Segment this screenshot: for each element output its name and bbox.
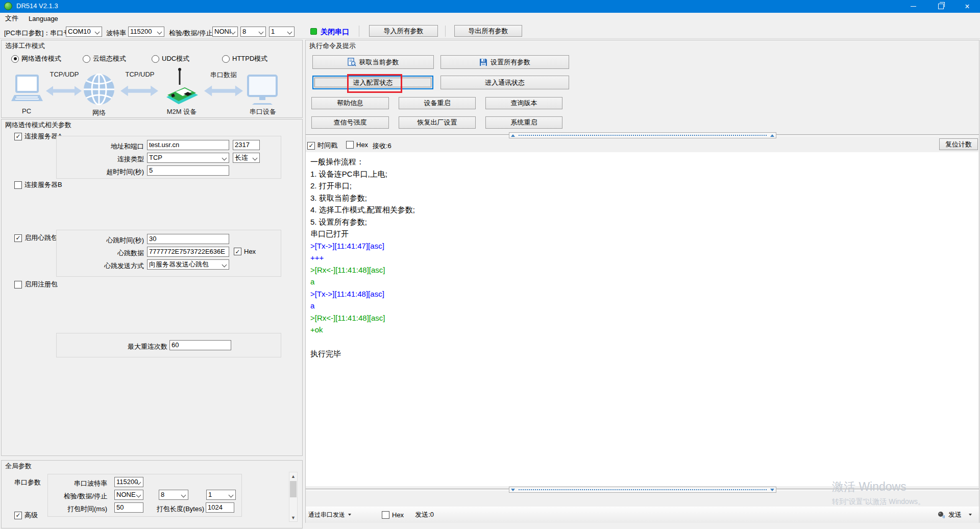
conn-type-select[interactable]: TCP xyxy=(147,153,229,163)
send-via-dropdown[interactable]: 通过串口发送 xyxy=(308,511,351,519)
server-address-input[interactable]: test.usr.cn xyxy=(147,140,229,150)
diagram-m2m-label: M2M 设备 xyxy=(163,107,200,116)
close-port-button[interactable]: 关闭串口 xyxy=(321,28,349,37)
packlen-input[interactable]: 1024 xyxy=(206,502,234,513)
signal-strength-button[interactable]: 查信号强度 xyxy=(311,116,389,129)
checkbox-icon: ✓ xyxy=(14,512,22,519)
chevron-down-icon xyxy=(222,262,227,268)
g-parity-value: NONE xyxy=(116,491,136,498)
diagram-link1-label: TCP/UDP xyxy=(47,70,82,78)
enter-comm-button[interactable]: 进入通讯状态 xyxy=(440,76,569,89)
send-button[interactable]: 发送 xyxy=(938,510,972,519)
timeout-label: 超时时间(秒) xyxy=(56,167,144,177)
parity-value: NONI xyxy=(214,28,231,35)
hb-mode-select[interactable]: 向服务器发送心跳包 xyxy=(147,259,229,270)
g-baud-value: 115200 xyxy=(116,478,138,486)
serial-params-label: 串口参数 xyxy=(14,478,46,487)
app-icon xyxy=(4,2,12,10)
register-checkbox[interactable]: 启用注册包 xyxy=(14,280,58,289)
server-a-checkbox[interactable]: ✓ 连接服务器A xyxy=(14,132,62,141)
databits-value: 8 xyxy=(242,28,246,35)
timeout-input[interactable]: 5 xyxy=(147,165,229,176)
heartbeat-label: 启用心跳包 xyxy=(24,233,58,243)
log-area[interactable]: 一般操作流程：1. 设备连PC串口,上电;2. 打开串口;3. 获取当前参数;4… xyxy=(306,152,978,486)
checkbox-icon: ✓ xyxy=(307,142,315,150)
menu-file[interactable]: 文件 xyxy=(0,13,23,24)
baud-select[interactable]: 115200 xyxy=(128,27,164,37)
packtime-input[interactable]: 50 xyxy=(114,502,143,513)
timeout-value: 5 xyxy=(149,166,153,174)
hb-hex-label: Hex xyxy=(244,248,256,255)
import-params-button[interactable]: 导入所有参数 xyxy=(369,25,438,37)
hb-data-input[interactable]: 7777772E7573722E636E xyxy=(147,247,229,257)
g-parity-label: 检验/数据/停止 xyxy=(47,492,107,501)
global-group-title: 全局参数 xyxy=(5,462,32,471)
top-splitter[interactable] xyxy=(306,132,979,138)
g-parity-select[interactable]: NONE xyxy=(114,490,143,500)
mode-radio-httpd[interactable]: HTTPD模式 xyxy=(222,54,267,63)
splitter-handle[interactable] xyxy=(509,487,776,493)
arrow-icon xyxy=(204,85,243,97)
log-line: 2. 打开串口; xyxy=(310,180,978,192)
get-params-button[interactable]: 获取当前参数 xyxy=(312,55,434,69)
serial-device-icon xyxy=(247,75,278,105)
packtime-value: 50 xyxy=(116,503,124,511)
log-line: 5. 设置所有参数; xyxy=(310,216,978,228)
minimize-button[interactable] xyxy=(901,0,925,13)
server-b-label: 连接服务器B xyxy=(24,180,62,189)
mode-radio-udc[interactable]: UDC模式 xyxy=(152,54,189,63)
help-button[interactable]: 帮助信息 xyxy=(311,97,389,109)
mode-radio-transparent[interactable]: 网络透传模式 xyxy=(11,54,61,63)
chevron-down-icon xyxy=(222,156,227,161)
conn-keep-select[interactable]: 长连 xyxy=(233,153,260,163)
scroll-up-icon[interactable]: ▲ xyxy=(289,472,297,480)
scrollbar-thumb[interactable] xyxy=(290,481,297,497)
advanced-checkbox[interactable]: ✓ 高级 xyxy=(14,511,38,520)
stopbits-select[interactable]: 1 xyxy=(269,27,295,37)
query-version-button[interactable]: 查询版本 xyxy=(485,97,562,109)
menu-language[interactable]: Language xyxy=(23,13,63,24)
send-hex-checkbox[interactable]: Hex xyxy=(382,511,404,519)
collapse-up-icon xyxy=(770,134,774,137)
server-port-input[interactable]: 2317 xyxy=(233,140,260,150)
device-restart-button[interactable]: 设备重启 xyxy=(399,97,476,109)
server-b-checkbox[interactable]: 连接服务器B xyxy=(14,180,62,189)
log-line: 3. 获取当前参数; xyxy=(310,192,978,204)
button-label: 系统重启 xyxy=(511,118,537,127)
splitter-handle[interactable] xyxy=(509,132,776,138)
diagram-serial-label: 串口设备 xyxy=(248,107,278,116)
databits-select[interactable]: 8 xyxy=(240,27,266,37)
diagram-link3-label: 串口数据 xyxy=(206,70,241,80)
scroll-down-icon[interactable]: ▼ xyxy=(289,514,297,521)
parity-select[interactable]: NONI xyxy=(212,27,238,37)
com-port-select[interactable]: COM10 xyxy=(66,27,102,37)
send-hex-label: Hex xyxy=(392,511,404,519)
export-params-button[interactable]: 导出所有参数 xyxy=(454,25,522,37)
bottom-splitter[interactable] xyxy=(306,487,979,493)
reconnect-input[interactable]: 60 xyxy=(169,340,231,350)
system-restart-button[interactable]: 系统重启 xyxy=(485,116,562,129)
network-globe-icon xyxy=(83,74,115,105)
g-databits-select[interactable]: 8 xyxy=(159,490,188,500)
mode-radio-cloud[interactable]: 云组态模式 xyxy=(83,54,126,63)
left-scrollbar[interactable]: ▲ ▼ xyxy=(289,472,298,522)
hb-time-input[interactable]: 30 xyxy=(147,234,229,244)
reset-count-button[interactable]: 复位计数 xyxy=(939,138,978,150)
g-baud-select[interactable]: 115200 xyxy=(114,477,143,487)
conn-type-value: TCP xyxy=(149,154,162,161)
hb-hex-checkbox[interactable]: ✓ Hex xyxy=(234,248,256,255)
close-button[interactable]: × xyxy=(955,0,979,13)
pc-laptop-icon xyxy=(11,75,43,105)
heartbeat-checkbox[interactable]: ✓ 启用心跳包 xyxy=(14,233,58,243)
toolbar-separator xyxy=(445,26,446,37)
factory-reset-button[interactable]: 恢复出厂设置 xyxy=(399,116,476,129)
timestamp-checkbox[interactable]: ✓ 时间戳 xyxy=(307,141,337,150)
recv-hex-checkbox[interactable]: Hex xyxy=(346,141,368,149)
button-label: 设备重启 xyxy=(424,99,451,108)
g-stopbits-select[interactable]: 1 xyxy=(206,490,236,500)
button-label: 查询版本 xyxy=(511,99,537,108)
g-baud-label: 串口波特率 xyxy=(47,479,107,488)
restore-button[interactable] xyxy=(929,0,952,13)
set-params-button[interactable]: 设置所有参数 xyxy=(440,55,569,69)
button-label: 设置所有参数 xyxy=(491,58,530,67)
